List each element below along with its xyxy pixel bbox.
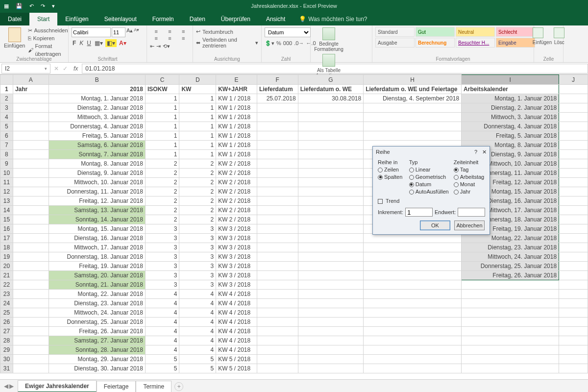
cell[interactable]: 4 — [179, 336, 216, 345]
cell[interactable]: Donnerstag, 25. Januar 2018 — [462, 262, 559, 271]
cell[interactable] — [298, 299, 363, 308]
cell[interactable] — [364, 113, 462, 122]
cell[interactable] — [364, 243, 462, 252]
cell[interactable]: ISOKW — [145, 85, 179, 94]
cell[interactable] — [257, 280, 298, 290]
cell[interactable] — [559, 224, 588, 234]
cell[interactable]: 3 — [179, 224, 216, 234]
cell[interactable]: KW 4 / 2018 — [216, 299, 257, 308]
cell[interactable] — [13, 178, 49, 187]
row-header[interactable]: 6 — [0, 131, 13, 141]
cell[interactable]: KW 3 / 2018 — [216, 262, 257, 271]
col-header-A[interactable]: A — [13, 75, 49, 85]
cell[interactable]: KW — [179, 85, 216, 94]
cell[interactable] — [364, 131, 462, 141]
col-header-F[interactable]: F — [257, 75, 298, 85]
save-icon[interactable]: 💾 — [14, 2, 24, 10]
undo-icon[interactable]: ↶ — [27, 2, 36, 10]
cell[interactable] — [257, 103, 298, 113]
cell[interactable]: Mittwoch, 10. Januar 2018 — [49, 178, 145, 187]
col-header-E[interactable]: E — [216, 75, 257, 85]
cell[interactable]: 3 — [179, 252, 216, 262]
cell[interactable]: KW 2 / 2018 — [216, 187, 257, 196]
cell[interactable] — [257, 234, 298, 243]
cell[interactable]: Mittwoch, 24. Januar 2018 — [462, 252, 559, 262]
fx-icon[interactable]: fx — [74, 65, 78, 72]
cell[interactable] — [559, 280, 588, 290]
tab-review[interactable]: Überprüfen — [213, 13, 258, 25]
cell[interactable] — [13, 150, 49, 159]
cell[interactable] — [298, 159, 363, 169]
font-name-select[interactable] — [72, 27, 111, 37]
row-header[interactable]: 31 — [0, 364, 13, 373]
cell[interactable] — [364, 364, 462, 373]
cell[interactable]: Sonntag, 21. Januar 2018 — [49, 280, 145, 290]
cell[interactable] — [257, 159, 298, 169]
cell[interactable] — [364, 234, 462, 243]
cell[interactable] — [559, 215, 588, 224]
cell[interactable] — [257, 169, 298, 178]
sheet-tab-ewiger[interactable]: Ewiger Jahreskalender — [18, 380, 97, 392]
close-icon[interactable]: ✕ — [482, 149, 487, 155]
cell[interactable] — [257, 141, 298, 150]
fill-color-button[interactable]: ◧▾ — [105, 39, 117, 47]
cell[interactable] — [462, 318, 559, 327]
cell[interactable] — [257, 131, 298, 141]
cell[interactable] — [298, 113, 363, 122]
cell[interactable] — [298, 103, 363, 113]
cell[interactable]: KW 4 / 2018 — [216, 327, 257, 336]
cell[interactable] — [257, 290, 298, 299]
col-header-B[interactable]: B — [49, 75, 145, 85]
cell[interactable] — [13, 243, 49, 252]
cell[interactable]: 4 — [145, 318, 179, 327]
cell[interactable] — [298, 234, 363, 243]
cell[interactable] — [364, 355, 462, 364]
cell[interactable]: 3 — [145, 262, 179, 271]
sheet-tab-termine[interactable]: Termine — [136, 381, 172, 392]
cell[interactable]: 2 — [145, 159, 179, 169]
cell[interactable]: KW 1 / 2018 — [216, 122, 257, 131]
cell[interactable] — [13, 196, 49, 206]
cell[interactable] — [298, 355, 363, 364]
tab-data[interactable]: Daten — [182, 13, 213, 25]
cell[interactable] — [13, 113, 49, 122]
row-header[interactable]: 18 — [0, 243, 13, 252]
indent-icon[interactable]: ⇥ — [156, 43, 161, 49]
align-mid-icon[interactable]: ≡ — [164, 28, 176, 34]
row-header[interactable]: 10 — [0, 169, 13, 178]
sheet-nav-next-icon[interactable]: ▶ — [9, 383, 14, 390]
cell[interactable] — [257, 364, 298, 373]
cell[interactable] — [13, 308, 49, 318]
cell[interactable] — [13, 373, 49, 374]
tab-insert[interactable]: Einfügen — [57, 13, 96, 25]
cell[interactable] — [364, 262, 462, 271]
cell[interactable]: 4 — [179, 327, 216, 336]
cell[interactable] — [257, 252, 298, 262]
cell[interactable]: KW 1 / 2018 — [216, 150, 257, 159]
cell[interactable] — [13, 327, 49, 336]
cell[interactable] — [364, 271, 462, 280]
cell[interactable] — [462, 364, 559, 373]
radio-autofill[interactable]: AutoAusfüllen — [409, 188, 449, 196]
radio-jahr[interactable]: Jahr — [454, 188, 485, 196]
cell[interactable] — [13, 169, 49, 178]
cell[interactable]: KW 3 / 2018 — [216, 243, 257, 252]
cell[interactable]: Freitag, 12. Januar 2018 — [49, 196, 145, 206]
cell[interactable] — [298, 308, 363, 318]
cell[interactable] — [257, 243, 298, 252]
cell[interactable] — [13, 206, 49, 215]
cell[interactable] — [462, 345, 559, 355]
cell[interactable]: 3 — [145, 234, 179, 243]
cell[interactable]: Dienstag, 23. Januar 2018 — [462, 243, 559, 252]
worksheet-grid[interactable]: A B C D E F G H I J 1 Jahr 2018 ISOKW KW… — [0, 74, 588, 373]
cell[interactable] — [13, 122, 49, 131]
cell[interactable]: 1 — [145, 94, 179, 103]
cell[interactable]: 1 — [179, 94, 216, 103]
tab-view[interactable]: Ansicht — [258, 13, 293, 25]
cell[interactable] — [13, 318, 49, 327]
cell[interactable]: 2 — [145, 206, 179, 215]
cell[interactable]: 4 — [145, 327, 179, 336]
cell[interactable]: 3 — [179, 280, 216, 290]
cell[interactable] — [298, 327, 363, 336]
cell[interactable] — [298, 345, 363, 355]
